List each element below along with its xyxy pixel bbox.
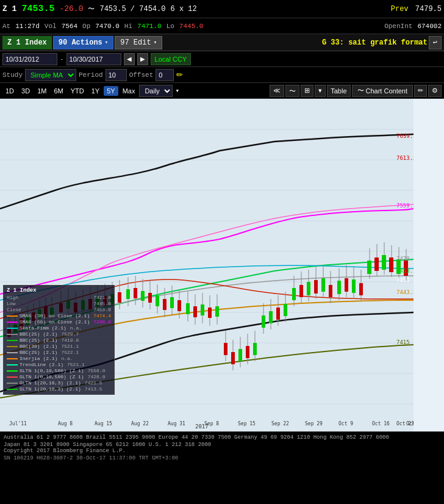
study-edit-button[interactable]: ✏: [176, 70, 183, 79]
svg-rect-68: [208, 308, 212, 318]
svg-rect-64: [193, 306, 197, 317]
svg-rect-102: [337, 281, 341, 294]
local-ccy-button[interactable]: Local CCY: [151, 53, 192, 65]
legend-item: GLTN 1(20,10,3) (2.1)7413.5: [7, 386, 111, 392]
svg-rect-82: [262, 315, 265, 328]
svg-rect-104: [345, 278, 348, 292]
svg-text:7443.5: 7443.5: [396, 289, 414, 295]
hi-label: Hi: [124, 23, 132, 30]
svg-rect-116: [389, 257, 393, 272]
svg-rect-112: [374, 257, 379, 271]
back-icon: ↩: [433, 38, 437, 47]
footer-contacts-row1: Australia 61 2 9777 8600 Brazil 5511 239…: [4, 434, 440, 442]
svg-rect-74: [231, 352, 235, 364]
period-5y-button[interactable]: 5Y: [104, 86, 118, 96]
collapse-button[interactable]: ≪: [270, 85, 284, 97]
period-1y-button[interactable]: 1Y: [88, 86, 102, 96]
svg-rect-88: [284, 304, 287, 316]
main-header: Z 1 7453.5 -26.0 〜 7453.5 / 7454.0 6 x 1…: [0, 0, 444, 18]
svg-rect-110: [367, 261, 371, 274]
svg-text:Aug 15: Aug 15: [95, 421, 112, 427]
size-info: 6 x 12: [170, 5, 196, 13]
settings-button[interactable]: ⚙: [428, 85, 442, 97]
table-button[interactable]: Table: [327, 85, 350, 97]
bid-ask: 7453.5 / 7454.0: [99, 5, 165, 13]
svg-rect-94: [307, 282, 310, 295]
back-button[interactable]: ↩: [429, 36, 442, 49]
timeperiod-bar: 1D 3D 1M 6M YTD 1Y 5Y Max Daily ▾ ≪ 〜 ⊞ …: [0, 83, 444, 99]
wave-view-button[interactable]: 〜: [285, 85, 299, 97]
svg-rect-62: [186, 303, 190, 314]
period-max-button[interactable]: Max: [120, 86, 138, 96]
svg-rect-48: [134, 288, 137, 298]
candle-view-button[interactable]: ⊞: [301, 85, 313, 97]
lo-label: Lo: [167, 23, 174, 30]
svg-rect-54: [156, 295, 159, 306]
svg-rect-70: [215, 306, 219, 317]
study-type-select[interactable]: Simple MA: [25, 69, 76, 81]
table-view-button[interactable]: ▾: [315, 85, 326, 97]
legend-item: SMAG (66) on Close (2.1)7298.8: [7, 319, 111, 325]
footer-copyright: Copyright 2017 Bloomberg Finance L.P.: [4, 448, 440, 454]
chart-content-button[interactable]: 〜 Chart Content: [352, 85, 413, 97]
edit-button[interactable]: 97 Edit ▾: [115, 36, 162, 49]
prev-price: 7479.5: [415, 5, 442, 13]
svg-rect-84: [269, 311, 273, 323]
vol-label: Vol: [45, 23, 57, 30]
actions-button[interactable]: 90 Actions ▾: [53, 36, 113, 49]
chart-content-label: Chart Content: [366, 87, 407, 95]
svg-rect-80: [253, 343, 257, 355]
edit-label: 97 Edit: [120, 38, 151, 47]
legend-item: BBC(25) (2.1)7419.8: [7, 337, 111, 343]
svg-rect-46: [126, 289, 130, 299]
legend-item: High7421.0: [7, 295, 111, 300]
end-date-input[interactable]: [66, 53, 121, 65]
legend-item: TrendLine (2.1)7521.1: [7, 362, 111, 367]
period-6m-button[interactable]: 6M: [51, 86, 66, 96]
oi-label: OpenInt: [384, 23, 412, 30]
period-input[interactable]: [106, 69, 127, 81]
chart-legend: Z 1 Index High7421.0 Low7445.0 Close7453…: [3, 285, 115, 395]
legend-item: Skata-Fimm (2.1)n.a.: [7, 325, 111, 331]
op-value: 7470.0: [95, 23, 120, 30]
svg-text:Sep 29: Sep 29: [305, 421, 323, 427]
offset-input[interactable]: [156, 69, 174, 81]
oi-value: 674002: [417, 23, 442, 30]
svg-text:7415: 7415: [396, 339, 410, 345]
legend-item: GLTN 1(0,10,500) (Z 1)7556.0: [7, 368, 111, 373]
start-date-input[interactable]: [2, 53, 57, 65]
svg-text:7479.8: 7479.8: [396, 256, 414, 262]
footer-serial: SN 106219 H628-3607-2 30-Oct-17 11:37:00…: [4, 455, 440, 461]
period-ytd-button[interactable]: YTD: [68, 86, 87, 96]
svg-rect-86: [276, 308, 280, 320]
svg-text:7451: 7451: [396, 277, 410, 283]
svg-rect-108: [359, 283, 363, 295]
svg-text:Sep 15: Sep 15: [238, 421, 256, 427]
freq-separator: ▾: [175, 87, 179, 95]
svg-text:7613.5: 7613.5: [396, 155, 414, 161]
date-bar: - ◀ ▶ Local CCY: [0, 51, 444, 67]
svg-rect-66: [201, 304, 204, 315]
legend-item: GLTN 1(20,10,3) (2.1)7421.5: [7, 380, 111, 386]
vol-value: 7564: [62, 23, 77, 30]
edit-view-button[interactable]: ✏: [414, 85, 427, 97]
legend-item: BBC(25) (2.1)7522.1: [7, 350, 111, 355]
date-next-button[interactable]: ▶: [137, 53, 148, 65]
footer-contacts-row2: Japan 81 3 3201 8900 Singapore 65 6212 1…: [4, 442, 440, 448]
change-icon: 〜: [88, 4, 95, 13]
svg-rect-58: [170, 297, 174, 308]
study-bar: Study Simple MA Period Offset ✏: [0, 67, 444, 83]
period-1d-button[interactable]: 1D: [2, 86, 17, 96]
legend-item: Close7453.8: [7, 307, 111, 312]
frequency-select[interactable]: Daily: [139, 85, 173, 97]
date-prev-button[interactable]: ◀: [124, 53, 135, 65]
svg-text:7639.7: 7639.7: [396, 133, 414, 139]
svg-rect-60: [177, 300, 181, 311]
ticker-name-box: Z 1 Index: [2, 36, 52, 49]
svg-text:Jul'11: Jul'11: [9, 421, 27, 427]
ticker-symbol: Z 1: [2, 4, 16, 13]
legend-title: Z 1 Index: [7, 287, 111, 293]
period-3d-button[interactable]: 3D: [18, 86, 33, 96]
period-1m-button[interactable]: 1M: [34, 86, 49, 96]
at-label: At: [2, 23, 10, 30]
